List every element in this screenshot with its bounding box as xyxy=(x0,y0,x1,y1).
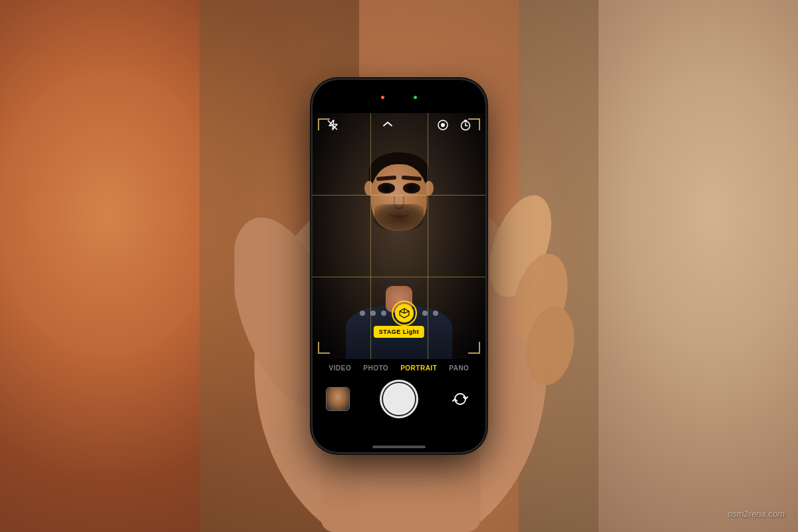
svg-rect-5 xyxy=(321,446,481,532)
stage-light-label: STAGE Light xyxy=(379,329,419,335)
top-controls-bar xyxy=(313,112,485,138)
eye-right xyxy=(403,183,420,194)
lighting-stage-light-mono[interactable] xyxy=(422,311,428,316)
tab-photo[interactable]: PHOTO xyxy=(363,364,388,372)
lighting-stage-light-icon xyxy=(395,304,414,323)
dynamic-island xyxy=(369,88,429,106)
phone-body: STAGE Light xyxy=(313,80,485,452)
bottom-controls: VIDEO PHOTO PORTRAIT PANO xyxy=(313,359,485,452)
home-indicator xyxy=(372,446,426,448)
shutter-button[interactable] xyxy=(380,380,418,418)
lighting-natural[interactable] xyxy=(360,311,365,316)
site-watermark: osm2rena.com xyxy=(728,509,785,519)
stage-light-badge: STAGE Light xyxy=(374,326,424,338)
tab-video[interactable]: VIDEO xyxy=(329,364,352,372)
svg-line-19 xyxy=(404,311,409,313)
top-right-icons-group xyxy=(434,116,475,134)
tab-portrait[interactable]: PORTRAIT xyxy=(400,364,437,372)
microphone-indicator xyxy=(381,96,384,99)
timer-button[interactable] xyxy=(456,116,475,134)
tab-pano[interactable]: PANO xyxy=(449,364,469,372)
camera-indicator xyxy=(414,96,417,99)
ear-right xyxy=(424,181,434,196)
person-face-group xyxy=(366,158,432,237)
person-beard xyxy=(374,204,424,231)
lighting-high-key[interactable] xyxy=(433,311,438,316)
lighting-effects-selector[interactable] xyxy=(313,301,485,326)
svg-point-11 xyxy=(441,123,445,127)
camera-flip-button[interactable] xyxy=(448,387,472,411)
thumbnail-image xyxy=(327,388,349,410)
camera-mode-tabs: VIDEO PHOTO PORTRAIT PANO xyxy=(329,359,469,372)
flash-button[interactable] xyxy=(323,116,342,134)
ear-left xyxy=(364,181,374,196)
person-face-oval xyxy=(371,164,427,231)
phone-device: STAGE Light xyxy=(313,80,485,452)
shutter-row xyxy=(313,380,485,418)
shutter-button-inner xyxy=(383,383,415,415)
lighting-contour[interactable] xyxy=(381,311,386,316)
lighting-stage-light[interactable] xyxy=(392,301,417,326)
eyebrow-right xyxy=(402,175,422,181)
photo-thumbnail[interactable] xyxy=(326,387,350,411)
svg-line-20 xyxy=(400,311,404,313)
eyebrow-left xyxy=(376,175,396,181)
eye-left xyxy=(378,183,395,194)
watermark-text: osm2rena.com xyxy=(728,509,785,519)
camera-viewfinder[interactable]: STAGE Light xyxy=(313,113,485,359)
controls-expand-button[interactable] xyxy=(382,120,393,130)
camera-screen: STAGE Light xyxy=(313,80,485,452)
live-photo-button[interactable] xyxy=(434,116,452,134)
lighting-studio[interactable] xyxy=(370,311,376,316)
